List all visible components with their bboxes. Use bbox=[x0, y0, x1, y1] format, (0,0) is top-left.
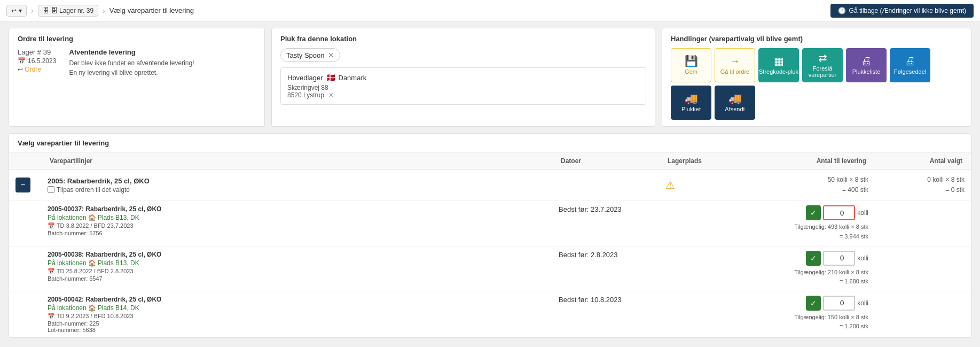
warehouse-btn[interactable]: 🗄 🗄 Lager nr. 39 bbox=[38, 5, 98, 17]
sub-row1-qty: ✓ kolli Tilgængelig: 493 kolli × 8 stk =… bbox=[751, 205, 868, 241]
sub-item3-name: 2005-00042: Rabarberdrik, 25 cl, ØKO bbox=[48, 296, 559, 303]
table-title: Vælg varepartier til levering bbox=[9, 134, 971, 153]
action-afsendt-label: Afsendt bbox=[725, 106, 744, 112]
sep1: › bbox=[31, 6, 34, 15]
th-lagerplads: Lagerplads bbox=[665, 157, 751, 165]
th-datoer: Datoer bbox=[559, 157, 665, 165]
adapt-order-checkbox[interactable] bbox=[48, 186, 54, 193]
th-varepartilinjer: Varepartilinjer bbox=[48, 157, 559, 165]
collapse-button[interactable]: − bbox=[15, 178, 30, 192]
sub-item2-kolli-label: kolli bbox=[857, 255, 868, 262]
sub-item1-confirm-button[interactable]: ✓ bbox=[806, 205, 821, 220]
sub-item2-qty-input[interactable] bbox=[823, 251, 855, 266]
sub-item-row-2: 2005-00038: Rabarberdrik, 25 cl, ØKO På … bbox=[9, 246, 971, 291]
sub-item2-confirm-button[interactable]: ✓ bbox=[806, 251, 821, 266]
flag-icon: 🇩🇰 bbox=[326, 73, 335, 82]
action-plukkeliste-label: Plukkeliste bbox=[852, 68, 881, 75]
back-nav-btn[interactable]: ↩ ▾ bbox=[6, 5, 27, 17]
order-link-row: ↩ Ordre bbox=[18, 66, 56, 73]
delivery-text2: En ny levering vil blive oprettet. bbox=[69, 68, 194, 78]
main-item-row: − 2005: Rabarberdrik, 25 cl, ØKO Tilpas … bbox=[9, 169, 971, 201]
top-nav: ↩ ▾ › 🗄 🗄 Lager nr. 39 › Vælg varepartie… bbox=[0, 0, 980, 21]
location-card: Hovedlager 🇩🇰 Danmark Skæringvej 88 8520… bbox=[280, 67, 646, 105]
action-gem-button[interactable]: 💾 Gem bbox=[671, 48, 711, 82]
actions-grid: 💾 Gem → Gå til ordre ▦ Stregkode-pluk ⇄ … bbox=[671, 48, 962, 120]
order-left: Lager # 39 📅 16.5.2023 ↩ Ordre bbox=[18, 48, 56, 73]
sub-item1-kolli-label: kolli bbox=[857, 209, 868, 217]
actions-panel-title: Handlinger (varepartivalg vil blive gemt… bbox=[671, 35, 962, 43]
sub-item1-loc-label: På lokationen bbox=[48, 214, 87, 221]
sub-item2-avail-eq: = 1.680 stk bbox=[751, 277, 868, 287]
delivery-text1: Der blev ikke fundet en afventende lever… bbox=[69, 58, 194, 68]
warehouse-icon-1: 🏠 bbox=[88, 214, 96, 221]
adapt-order-label[interactable]: Tilpas ordren til det valgte bbox=[48, 186, 559, 194]
main-item-selected-eq: = 0 stk bbox=[868, 185, 965, 195]
sub-row2-info: 2005-00038: Rabarberdrik, 25 cl, ØKO På … bbox=[48, 251, 559, 282]
location-country: Danmark bbox=[339, 74, 367, 82]
sub-row1-info: 2005-00037: Rabarberdrik, 25 cl, ØKO På … bbox=[48, 205, 559, 236]
sub-row2-qty: ✓ kolli Tilgængelig: 210 kolli × 8 stk =… bbox=[751, 251, 868, 287]
sub-item3-td: 📅 TD 9.2.2023 / BFD 10.8.2023 bbox=[48, 313, 559, 320]
warehouse-icon-2: 🏠 bbox=[88, 259, 96, 267]
table-section: Vælg varepartier til levering Varepartil… bbox=[9, 133, 971, 338]
action-plukkeliste-button[interactable]: 🖨 Plukkeliste bbox=[846, 48, 887, 82]
sub-item1-name: 2005-00037: Rabarberdrik, 25 cl, ØKO bbox=[48, 205, 559, 213]
sub-item3-qty-input[interactable] bbox=[823, 296, 855, 311]
save-icon: 💾 bbox=[685, 56, 698, 66]
sub-item2-date-label: Bedst før: 2.8.2023 bbox=[559, 251, 618, 259]
location-card-remove[interactable]: ✕ bbox=[328, 91, 334, 99]
location-address2: 8520 Lystrup bbox=[287, 91, 324, 99]
order-date: 16.5.2023 bbox=[28, 57, 56, 65]
sub-item2-name: 2005-00038: Rabarberdrik, 25 cl, ØKO bbox=[48, 251, 559, 258]
sub-item2-loc: På lokationen 🏠 Plads B13, DK bbox=[48, 259, 559, 267]
location-tag: Tasty Spoon ✕ bbox=[280, 48, 340, 62]
main-row-group: − 2005: Rabarberdrik, 25 cl, ØKO Tilpas … bbox=[9, 169, 971, 337]
barcode-icon: ▦ bbox=[774, 56, 784, 66]
order-panel: Ordre til levering Lager # 39 📅 16.5.202… bbox=[9, 28, 265, 127]
adapt-order-text: Tilpas ordren til det valgte bbox=[57, 186, 130, 194]
sub-item3-loc-detail: Plads B14, DK bbox=[98, 304, 139, 312]
sub-item2-avail-label: Tilgængelig: 210 kolli × 8 stk bbox=[751, 268, 868, 277]
sub-item3-input-group: ✓ kolli bbox=[751, 296, 868, 311]
action-stregkode-label: Stregkode-pluk bbox=[759, 68, 798, 75]
sub-item3-avail: Tilgængelig: 150 kolli × 8 stk = 1.200 s… bbox=[751, 313, 868, 331]
location-tag-remove[interactable]: ✕ bbox=[328, 51, 334, 59]
order-link[interactable]: Ordre bbox=[25, 66, 41, 73]
calendar-icon-1: 📅 bbox=[48, 222, 55, 229]
sub-item1-td-val: TD 3.8.2022 / BFD 23.7.2023 bbox=[57, 222, 134, 229]
main-item-selected-label: 0 kolli × 8 stk bbox=[868, 175, 965, 185]
action-plukket-button[interactable]: 🚚 Plukket bbox=[671, 86, 711, 120]
order-info-row: Lager # 39 📅 16.5.2023 ↩ Ordre Afventend… bbox=[18, 48, 256, 78]
sub-item1-avail: Tilgængelig: 493 kolli × 8 stk = 3.944 s… bbox=[751, 222, 868, 241]
order-panel-title: Ordre til levering bbox=[18, 35, 256, 43]
sub-item3-kolli-label: kolli bbox=[857, 299, 868, 307]
action-ga-til-ordre-button[interactable]: → Gå til ordre bbox=[715, 48, 755, 82]
location-tag-name: Tasty Spoon bbox=[286, 51, 325, 59]
sub-item3-avail-eq: = 1.200 stk bbox=[751, 322, 868, 331]
location-name: Hovedlager bbox=[287, 74, 323, 82]
main-item-info: 2005: Rabarberdrik, 25 cl, ØKO Tilpas or… bbox=[48, 177, 559, 194]
action-folgeseddel-button[interactable]: 🖨 Følgeseddel bbox=[890, 48, 930, 82]
main-item-qty: 50 kolli × 8 stk = 400 stk bbox=[751, 175, 868, 195]
sub-item1-batch: Batch-nummer: 5756 bbox=[48, 230, 559, 236]
action-foresla-button[interactable]: ⇄ Foreslå varepartier bbox=[802, 48, 843, 82]
action-folgeseddel-label: Følgeseddel bbox=[894, 68, 927, 75]
action-stregkode-button[interactable]: ▦ Stregkode-pluk bbox=[758, 48, 799, 82]
order-icon: ↩ bbox=[18, 66, 23, 73]
th-collapse bbox=[15, 157, 48, 165]
sub-item2-loc-label: På lokationen bbox=[48, 259, 87, 267]
sub-item1-td: 📅 TD 3.8.2022 / BFD 23.7.2023 bbox=[48, 222, 559, 229]
sub-item3-confirm-button[interactable]: ✓ bbox=[806, 296, 821, 311]
sub-item-row-1: 2005-00037: Rabarberdrik, 25 cl, ØKO På … bbox=[9, 201, 971, 245]
main-item-location: ⚠ bbox=[665, 179, 751, 191]
sub-item3-td-val: TD 9.2.2023 / BFD 10.8.2023 bbox=[57, 313, 134, 319]
sub-item3-date-label: Bedst før: 10.8.2023 bbox=[559, 296, 622, 304]
sub-item1-loc: På lokationen 🏠 Plads B13, DK bbox=[48, 214, 559, 221]
sub-item2-avail: Tilgængelig: 210 kolli × 8 stk = 1.680 s… bbox=[751, 268, 868, 287]
sub-item1-date-label: Bedst før: 23.7.2023 bbox=[559, 205, 622, 213]
action-afsendt-button[interactable]: 🚚 Afsendt bbox=[715, 86, 755, 120]
sub-item1-avail-eq: = 3.944 stk bbox=[751, 232, 868, 242]
go-back-button[interactable]: 🕐 Gå tilbage (Ændringer vil ikke blive g… bbox=[830, 4, 974, 18]
sub-item3-batch: Batch-nummer: 225 bbox=[48, 320, 559, 327]
sub-item1-qty-input[interactable] bbox=[823, 205, 855, 220]
